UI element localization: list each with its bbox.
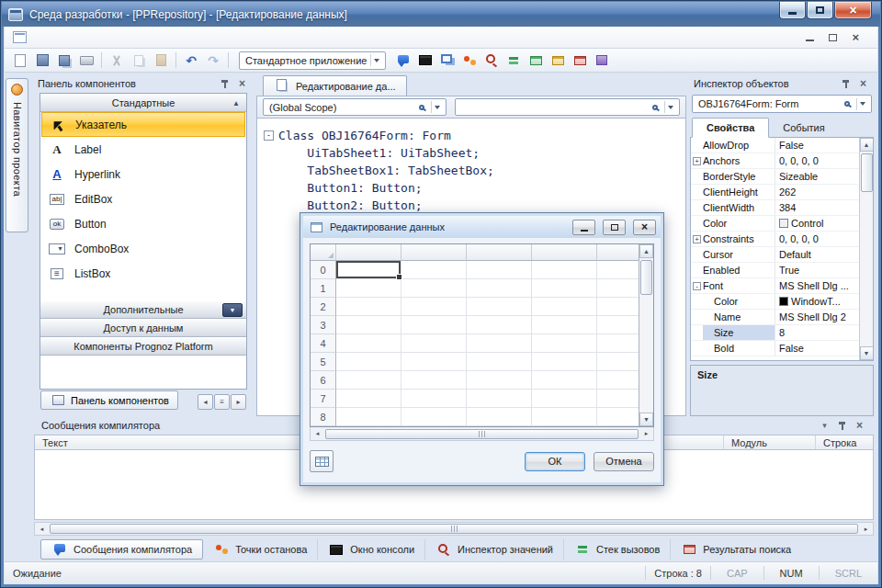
Bold-button[interactable]: BoldFalse [691, 341, 859, 356]
tab-scroll-left-button[interactable]: ◂ [198, 394, 213, 410]
property-value[interactable]: MS Shell Dlg ... [775, 280, 859, 291]
paste-button[interactable] [150, 51, 172, 71]
cut-button[interactable] [106, 51, 128, 71]
inspect-button[interactable] [481, 51, 503, 71]
property-value[interactable]: 8 [775, 327, 859, 338]
grid-cell[interactable] [532, 334, 597, 353]
grid-cell[interactable] [532, 371, 597, 390]
component-item[interactable]: ListBox [40, 261, 246, 286]
stack-button[interactable] [503, 51, 525, 71]
code-line[interactable]: -Class OBJ16764Form: Form [264, 127, 684, 144]
expand-toggle[interactable] [693, 220, 701, 228]
expand-toggle[interactable] [693, 313, 701, 322]
grid-cell[interactable] [401, 353, 467, 371]
grid-cell[interactable] [401, 390, 467, 408]
designer-button[interactable] [525, 51, 547, 71]
grid-cell[interactable] [336, 279, 401, 298]
grid-cell[interactable] [532, 298, 597, 316]
Font-button[interactable]: -FontMS Shell Dlg ... [691, 278, 859, 294]
grid-cell[interactable] [532, 261, 597, 279]
save-button[interactable] [31, 51, 53, 71]
row-header[interactable]: 7 [311, 390, 336, 408]
Color-button[interactable]: ColorControl [691, 216, 859, 232]
grid-cell[interactable] [467, 353, 532, 371]
component-item[interactable]: Label [40, 137, 246, 162]
collapse-up-icon[interactable]: ▲ [232, 99, 240, 107]
scroll-thumb[interactable] [861, 153, 873, 192]
grid-cell[interactable] [336, 408, 401, 426]
column-header[interactable] [467, 244, 532, 261]
row-header[interactable]: 6 [311, 371, 336, 390]
code-line[interactable]: UiTabSheet1: UiTabSheet; [264, 144, 684, 162]
row-header[interactable]: 3 [311, 316, 336, 334]
grid-select-all-cell[interactable] [311, 244, 336, 261]
chevron-down-button[interactable]: ▾ [818, 419, 831, 433]
bottom-panel-tab[interactable]: Стек вызовов [564, 539, 671, 560]
scroll-down-button[interactable]: ▼ [639, 413, 653, 426]
grid-cell[interactable] [532, 279, 597, 298]
scroll-right-button[interactable]: ▸ [639, 428, 653, 440]
grid-cell[interactable] [401, 316, 467, 334]
bottom-panel-tab[interactable]: Точки останова [203, 539, 318, 560]
cascade-button[interactable] [436, 51, 458, 71]
menu-item[interactable] [33, 33, 50, 41]
scroll-thumb[interactable] [640, 260, 652, 295]
menu-item[interactable] [149, 33, 165, 41]
tab-properties[interactable]: Свойства [692, 118, 769, 138]
Color-button[interactable]: ColorWindowT... [691, 294, 859, 310]
undo-button[interactable] [180, 51, 202, 71]
mdi-close-button[interactable]: × [852, 31, 859, 43]
Size-button[interactable]: Size8 [691, 325, 859, 341]
panel-close-button[interactable]: × [856, 77, 870, 91]
grid-cell[interactable] [467, 261, 532, 279]
row-header[interactable]: 8 [311, 408, 336, 426]
cancel-button[interactable]: Отмена [594, 452, 654, 471]
grid-cell[interactable] [467, 298, 532, 316]
row-header[interactable]: 2 [311, 298, 336, 316]
tab-events[interactable]: События [769, 118, 838, 137]
maximize-button[interactable] [807, 2, 833, 19]
scroll-right-button[interactable]: ▸ [859, 523, 873, 535]
fold-marker[interactable] [264, 183, 274, 193]
pin-button[interactable] [218, 77, 232, 91]
search-button[interactable] [569, 51, 591, 71]
property-value[interactable]: True [775, 265, 859, 276]
code-line[interactable]: Button1: Button; [264, 179, 684, 197]
property-value[interactable]: MS Shell Dlg 2 [775, 311, 859, 322]
property-value[interactable]: 0, 0, 0, 0 [775, 233, 859, 244]
expand-toggle[interactable] [693, 141, 701, 150]
grid-cell[interactable] [401, 334, 467, 353]
grid-cell[interactable] [467, 316, 532, 334]
column-header[interactable] [336, 244, 401, 261]
mdi-minimize-button[interactable] [806, 31, 814, 44]
component-item[interactable]: Указатель [41, 112, 245, 137]
grid-cell[interactable] [336, 298, 401, 316]
menu-item[interactable] [99, 33, 116, 41]
row-header[interactable]: 5 [311, 353, 336, 371]
macros-button[interactable] [547, 51, 569, 71]
component-item[interactable]: ComboBox [40, 236, 246, 261]
scroll-up-button[interactable]: ▲ [639, 244, 653, 258]
minimize-button[interactable] [779, 2, 806, 19]
scroll-down-button[interactable]: ▼ [860, 346, 874, 360]
dialog-close-button[interactable]: × [633, 220, 656, 235]
bottom-panel-tab[interactable]: Сообщения компилятора [40, 539, 203, 560]
property-value[interactable]: WindowT... [775, 296, 859, 307]
ok-button[interactable]: ОК [525, 452, 585, 471]
print-button[interactable] [75, 51, 97, 71]
dialog-title-bar[interactable]: Редактирование данных × [303, 216, 661, 238]
redo-button[interactable] [202, 51, 224, 71]
grid-cell[interactable] [336, 334, 401, 353]
bubble-button[interactable] [392, 51, 414, 71]
console-button[interactable] [414, 51, 436, 71]
menu-item[interactable] [50, 33, 66, 41]
mdi-restore-button[interactable] [829, 31, 837, 44]
menu-item[interactable] [66, 33, 83, 41]
property-value[interactable]: 0, 0, 0, 0 [775, 155, 859, 166]
Enabled-button[interactable]: EnabledTrue [691, 263, 859, 278]
grid-cell[interactable] [336, 353, 401, 371]
menu-item[interactable] [116, 33, 132, 41]
grid-cell[interactable] [336, 390, 401, 408]
grid-cell[interactable] [336, 371, 401, 390]
AllowDrop-button[interactable]: AllowDropFalse [691, 138, 859, 153]
